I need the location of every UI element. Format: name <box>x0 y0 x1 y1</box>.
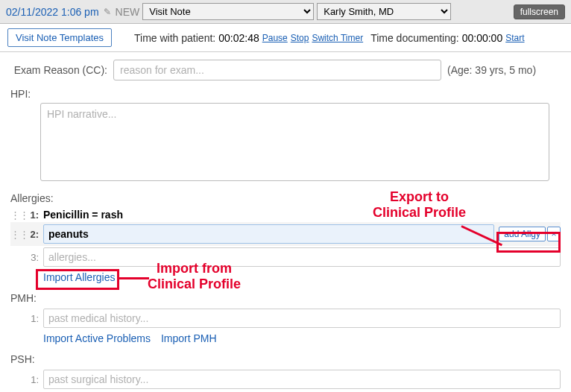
time-with-patient-label: Time with patient: <box>134 32 215 44</box>
row-number: 3: <box>25 252 39 263</box>
pmh-input[interactable] <box>43 309 561 328</box>
drag-handle-icon[interactable]: ⋮⋮ <box>10 209 21 221</box>
time-documenting-value: 00:00:00 <box>462 32 503 44</box>
stop-link[interactable]: Stop <box>291 33 309 43</box>
import-allergies-link[interactable]: Import Allergies <box>43 271 115 283</box>
import-pmh-link[interactable]: Import PMH <box>161 332 217 344</box>
switch-timer-link[interactable]: Switch Timer <box>312 33 363 43</box>
toolbar: Visit Note Templates Time with patient: … <box>0 24 571 52</box>
pmh-label: PMH: <box>10 292 561 304</box>
import-active-problems-link[interactable]: Import Active Problems <box>43 332 151 344</box>
provider-select[interactable]: Karly Smith, MD <box>317 3 451 20</box>
remove-allergy-button[interactable]: × <box>547 227 561 241</box>
allergies-label: Allergies: <box>10 192 561 204</box>
allergy-row: ⋮⋮ 1: Penicillin = rash <box>10 207 561 222</box>
content-area: Exam Reason (CC): (Age: 39 yrs, 5 mo) HP… <box>0 52 571 392</box>
drag-handle-icon[interactable]: ⋮⋮ <box>10 229 21 240</box>
note-type-select[interactable]: Visit Note <box>142 3 314 20</box>
allergy-input[interactable] <box>43 224 494 244</box>
psh-row: 1: <box>10 368 561 391</box>
row-number: 1: <box>25 313 39 324</box>
allergy-row-active: ⋮⋮ 2: add Allgy × <box>10 222 561 246</box>
hpi-label: HPI: <box>10 88 561 100</box>
pmh-row: 1: <box>10 307 561 329</box>
hpi-textarea[interactable] <box>40 103 549 181</box>
psh-input[interactable] <box>43 370 561 389</box>
cc-label: Exam Reason (CC): <box>10 64 107 76</box>
allergy-new-input[interactable] <box>43 247 561 267</box>
allergy-text[interactable]: Penicillin = rash <box>43 209 561 221</box>
allergy-new-row: 3: <box>10 246 561 268</box>
pencil-icon[interactable]: ✎ <box>104 7 111 17</box>
new-label: NEW <box>116 6 140 18</box>
top-bar: 02/11/2022 1:06 pm ✎ NEW Visit Note Karl… <box>0 0 571 24</box>
start-link[interactable]: Start <box>505 33 524 43</box>
visit-note-templates-button[interactable]: Visit Note Templates <box>7 28 112 47</box>
psh-label: PSH: <box>10 353 561 365</box>
row-number: 2: <box>25 229 39 240</box>
add-allergy-button[interactable]: add Allgy <box>499 227 546 241</box>
datetime-display[interactable]: 02/11/2022 1:06 pm <box>6 6 99 18</box>
time-with-patient-value: 00:02:48 <box>218 32 259 44</box>
cc-row: Exam Reason (CC): (Age: 39 yrs, 5 mo) <box>10 60 561 80</box>
add-allergy-wrap: add Allgy × <box>499 227 561 241</box>
pause-link[interactable]: Pause <box>262 33 288 43</box>
row-number: 1: <box>25 374 39 385</box>
time-documenting-label: Time documenting: <box>370 32 459 44</box>
fullscreen-button[interactable]: fullscreen <box>514 4 565 19</box>
age-display: (Age: 39 yrs, 5 mo) <box>447 64 536 76</box>
row-number: 1: <box>25 209 39 221</box>
cc-input[interactable] <box>113 60 441 80</box>
